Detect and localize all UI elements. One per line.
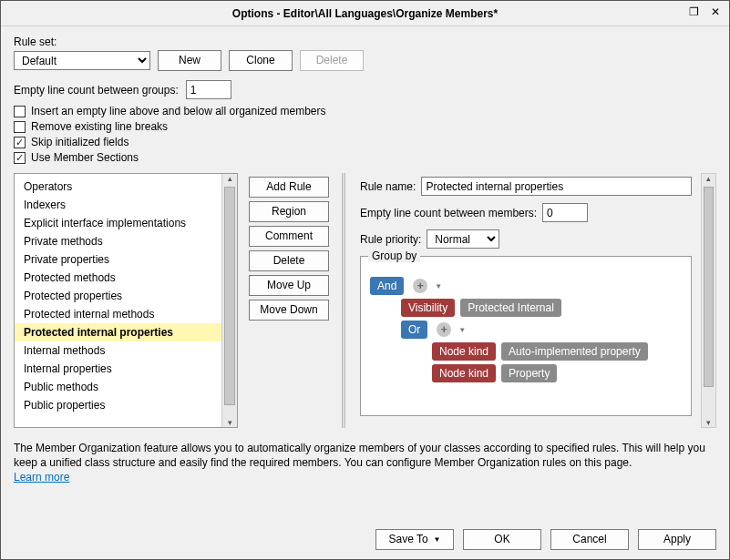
node-kind-value-chip[interactable]: Property — [501, 364, 557, 382]
and-operator-chip[interactable]: And — [370, 277, 404, 295]
group-by-legend: Group by — [368, 249, 420, 262]
options-dialog: Options - Editor\All Languages\Organize … — [0, 0, 730, 560]
list-item[interactable]: Explicit interface implementations — [15, 214, 221, 232]
apply-button[interactable]: Apply — [638, 529, 716, 550]
clone-button[interactable]: Clone — [229, 50, 293, 71]
detail-scrollbar[interactable] — [701, 173, 716, 428]
delete-rule-button[interactable]: Delete — [249, 250, 329, 271]
node-kind-value-chip[interactable]: Auto-implemented property — [501, 342, 648, 361]
new-button[interactable]: New — [158, 50, 221, 71]
node-kind-chip[interactable]: Node kind — [432, 342, 496, 361]
rule-name-input[interactable] — [421, 177, 692, 196]
rule-name-label: Rule name: — [360, 180, 416, 193]
scroll-thumb[interactable] — [704, 187, 714, 387]
add-rule-button[interactable]: Add Rule — [249, 177, 329, 198]
move-down-button[interactable]: Move Down — [249, 300, 329, 321]
footer-description: The Member Organization feature allows y… — [14, 441, 716, 485]
add-condition-icon[interactable]: + — [437, 322, 451, 337]
move-up-button[interactable]: Move Up — [249, 275, 329, 296]
dialog-buttons: Save To ▼ OK Cancel Apply — [375, 529, 716, 550]
remove-breaks-checkbox[interactable] — [14, 121, 26, 133]
title-bar: Options - Editor\All Languages\Organize … — [1, 1, 729, 26]
save-to-button[interactable]: Save To ▼ — [375, 529, 454, 550]
region-button[interactable]: Region — [249, 201, 329, 222]
ok-button[interactable]: OK — [463, 529, 541, 550]
list-item[interactable]: Internal properties — [15, 360, 221, 378]
list-item[interactable]: Protected methods — [15, 269, 221, 287]
empty-line-members-input[interactable] — [542, 203, 588, 222]
list-item[interactable]: Public properties — [15, 396, 221, 414]
list-item[interactable]: Private methods — [15, 232, 221, 250]
list-item[interactable]: Internal methods — [15, 341, 221, 360]
close-icon[interactable]: ✕ — [705, 4, 725, 20]
splitter[interactable] — [342, 173, 345, 428]
list-item-selected[interactable]: Protected internal properties — [15, 323, 221, 341]
use-sections-label: Use Member Sections — [31, 151, 139, 164]
remove-breaks-label: Remove existing line breaks — [31, 120, 168, 133]
comment-button[interactable]: Comment — [249, 226, 329, 247]
group-by-box: Group by And + ▼ Visibility Protected In… — [360, 256, 692, 416]
ruleset-select[interactable]: Default — [14, 51, 150, 70]
maximize-icon[interactable]: ❐ — [684, 4, 704, 20]
list-item[interactable]: Protected properties — [15, 287, 221, 305]
use-sections-checkbox[interactable] — [14, 152, 26, 164]
empty-line-members-label: Empty line count between members: — [360, 207, 537, 219]
scroll-thumb[interactable] — [224, 187, 235, 405]
rule-detail-panel: Rule name: Empty line count between memb… — [358, 173, 716, 428]
cancel-button[interactable]: Cancel — [550, 529, 629, 550]
list-item[interactable]: Operators — [15, 178, 221, 196]
list-item[interactable]: Indexers — [15, 196, 221, 214]
empty-line-groups-label: Empty line count between groups: — [14, 84, 179, 97]
list-item[interactable]: Protected internal methods — [15, 305, 221, 323]
list-item[interactable]: Public methods — [15, 378, 221, 396]
empty-line-groups-input[interactable] — [186, 80, 231, 99]
skip-initialized-label: Skip initialized fields — [31, 136, 129, 148]
or-operator-chip[interactable]: Or — [401, 321, 427, 339]
chevron-down-icon[interactable]: ▼ — [435, 282, 442, 290]
rules-list[interactable]: Operators Indexers Explicit interface im… — [15, 174, 221, 427]
rule-actions: Add Rule Region Comment Delete Move Up M… — [249, 173, 329, 428]
window-title: Options - Editor\All Languages\Organize … — [232, 7, 498, 20]
add-condition-icon[interactable]: + — [413, 279, 427, 293]
visibility-value-chip[interactable]: Protected Internal — [460, 299, 561, 317]
delete-button: Delete — [300, 50, 364, 71]
rule-priority-label: Rule priority: — [360, 233, 421, 246]
rule-priority-select[interactable]: Normal — [427, 229, 499, 249]
rules-list-panel: Operators Indexers Explicit interface im… — [14, 173, 238, 428]
rules-scrollbar[interactable] — [221, 174, 237, 427]
insert-empty-line-checkbox[interactable] — [14, 106, 26, 117]
node-kind-chip[interactable]: Node kind — [432, 364, 496, 382]
ruleset-label: Rule set: — [14, 36, 716, 48]
chevron-down-icon[interactable]: ▼ — [458, 326, 466, 334]
chevron-down-icon: ▼ — [434, 530, 441, 549]
visibility-chip[interactable]: Visibility — [401, 299, 455, 317]
list-item[interactable]: Private properties — [15, 250, 221, 269]
insert-empty-line-label: Insert an empty line above and below all… — [31, 105, 326, 117]
skip-initialized-checkbox[interactable] — [14, 137, 26, 148]
learn-more-link[interactable]: Learn more — [14, 471, 69, 484]
